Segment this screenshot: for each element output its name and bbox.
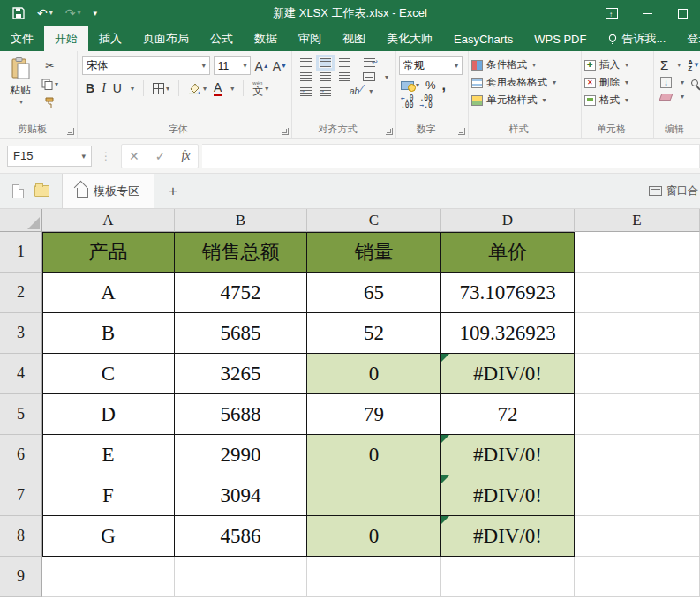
cell-C4[interactable]: 0: [307, 354, 441, 394]
clear-icon[interactable]: [659, 94, 674, 101]
menu-tab-开始[interactable]: 开始: [44, 26, 88, 51]
cell-C8[interactable]: 0: [307, 516, 441, 557]
cell-D7[interactable]: #DIV/0!: [441, 475, 575, 516]
cell-B6[interactable]: 2990: [175, 435, 307, 475]
cell-D3[interactable]: 109.326923: [441, 313, 575, 354]
maximize-icon[interactable]: [665, 0, 700, 26]
row-header-4[interactable]: 4: [0, 354, 42, 394]
cell-E3[interactable]: [575, 313, 700, 354]
cell-B9[interactable]: [175, 557, 307, 597]
font-color-icon[interactable]: A: [214, 81, 222, 96]
redo-icon[interactable]: ↷▾: [65, 7, 81, 19]
formula-input[interactable]: [202, 144, 700, 168]
cell-D4[interactable]: #DIV/0!: [441, 354, 575, 394]
format-painter-icon[interactable]: [41, 96, 58, 109]
cell-A3[interactable]: B: [42, 313, 175, 354]
orientation-dropdown-caret[interactable]: ▾: [369, 87, 373, 95]
font-color-dropdown-caret[interactable]: ▾: [230, 85, 234, 93]
new-document-icon[interactable]: [12, 184, 24, 198]
copy-icon[interactable]: ▾: [41, 78, 58, 90]
cell-C6[interactable]: 0: [307, 435, 441, 475]
window-merge-control[interactable]: 窗口合: [649, 174, 698, 208]
conditional-formatting-button[interactable]: 条件格式▾: [471, 58, 578, 71]
menu-tab-登录[interactable]: 登录: [676, 26, 700, 51]
orientation-icon[interactable]: ab: [350, 86, 359, 96]
row-header-8[interactable]: 8: [0, 516, 42, 557]
insert-cells-button[interactable]: 插入▾: [584, 58, 651, 71]
number-format-select[interactable]: 常规▾: [399, 56, 463, 75]
cell-A4[interactable]: C: [42, 354, 175, 394]
cell-A2[interactable]: A: [42, 273, 175, 313]
bold-button[interactable]: B: [86, 81, 94, 95]
cell-B1[interactable]: 销售总额: [175, 232, 307, 273]
increase-indent-icon[interactable]: [320, 87, 331, 96]
menu-tab-WPS PDF[interactable]: WPS PDF: [523, 26, 597, 51]
clipboard-dialog-launcher-icon[interactable]: [67, 128, 74, 135]
underline-dropdown-caret[interactable]: ▾: [131, 85, 134, 93]
fill-down-icon[interactable]: ↓: [660, 77, 672, 88]
align-center-icon[interactable]: [320, 72, 331, 81]
underline-button[interactable]: U: [113, 81, 122, 95]
phonetic-guide-icon[interactable]: wén文▾: [252, 80, 268, 96]
decrease-decimal-icon[interactable]: .00→.0: [419, 95, 432, 109]
tab-template-zone[interactable]: 模板专区: [62, 174, 154, 208]
paste-button[interactable]: 粘贴 ▾: [3, 54, 38, 124]
menu-tab-审阅[interactable]: 审阅: [288, 26, 332, 51]
open-folder-icon[interactable]: [34, 185, 49, 197]
customize-qat-icon[interactable]: ▾: [94, 10, 98, 18]
cell-E9[interactable]: [575, 557, 700, 597]
cell-D8[interactable]: #DIV/0!: [441, 516, 575, 557]
find-select-icon[interactable]: [691, 79, 698, 86]
merge-dropdown-caret[interactable]: ▾: [385, 73, 388, 81]
minimize-icon[interactable]: [629, 0, 665, 26]
name-box-dropdown-caret[interactable]: ▾: [81, 152, 86, 161]
paste-dropdown-caret[interactable]: ▾: [19, 98, 23, 106]
cell-C5[interactable]: 79: [307, 394, 441, 435]
column-header-E[interactable]: E: [575, 209, 700, 232]
align-middle-icon[interactable]: [320, 58, 331, 67]
increase-decimal-icon[interactable]: ←.0.00: [401, 95, 413, 109]
menu-tab-数据[interactable]: 数据: [244, 26, 288, 51]
cancel-icon[interactable]: ✕: [129, 149, 139, 163]
cell-C1[interactable]: 销量: [307, 232, 441, 273]
cell-E7[interactable]: [575, 475, 700, 516]
font-size-select[interactable]: 11▾: [214, 56, 252, 75]
cell-C7[interactable]: [307, 475, 441, 516]
cell-B4[interactable]: 3265: [175, 354, 307, 394]
row-header-6[interactable]: 6: [0, 435, 42, 475]
cell-E4[interactable]: [575, 354, 700, 394]
row-header-1[interactable]: 1: [0, 232, 42, 273]
column-header-C[interactable]: C: [307, 209, 441, 232]
new-tab-button[interactable]: +: [154, 174, 192, 208]
cell-A7[interactable]: F: [42, 475, 175, 516]
autosum-dropdown-caret[interactable]: ▾: [677, 61, 681, 69]
accounting-format-icon[interactable]: ▾: [401, 81, 419, 90]
cell-D2[interactable]: 73.1076923: [441, 273, 575, 313]
cell-B3[interactable]: 5685: [175, 313, 307, 354]
cell-C9[interactable]: [307, 557, 441, 597]
column-header-B[interactable]: B: [175, 209, 307, 232]
save-icon[interactable]: [12, 7, 25, 19]
cell-E2[interactable]: [575, 273, 700, 313]
cell-styles-button[interactable]: 单元格样式▾: [471, 94, 578, 107]
font-name-select[interactable]: 宋体▾: [82, 56, 210, 75]
align-right-icon[interactable]: [339, 72, 350, 81]
cell-A5[interactable]: D: [42, 394, 175, 435]
cell-E6[interactable]: [575, 435, 700, 475]
menu-tab-告诉我...[interactable]: 告诉我...: [597, 26, 676, 51]
menu-tab-公式[interactable]: 公式: [199, 26, 244, 51]
italic-button[interactable]: I: [102, 81, 106, 95]
merge-center-icon[interactable]: [363, 72, 375, 81]
clear-dropdown-caret[interactable]: ▾: [681, 93, 684, 101]
cell-D9[interactable]: [441, 557, 575, 597]
format-cells-button[interactable]: 格式▾: [584, 94, 651, 107]
menu-tab-EasyCharts[interactable]: EasyCharts: [443, 26, 523, 51]
formula-bar-grip[interactable]: ⋮: [92, 150, 121, 162]
format-as-table-button[interactable]: 套用表格格式▾: [471, 76, 578, 89]
cell-D1[interactable]: 单价: [441, 232, 575, 273]
enter-icon[interactable]: ✓: [155, 149, 166, 163]
cell-C3[interactable]: 52: [307, 313, 441, 354]
cell-A8[interactable]: G: [42, 516, 175, 557]
cell-A1[interactable]: 产品: [42, 232, 175, 273]
autosum-icon[interactable]: Σ: [660, 57, 668, 72]
